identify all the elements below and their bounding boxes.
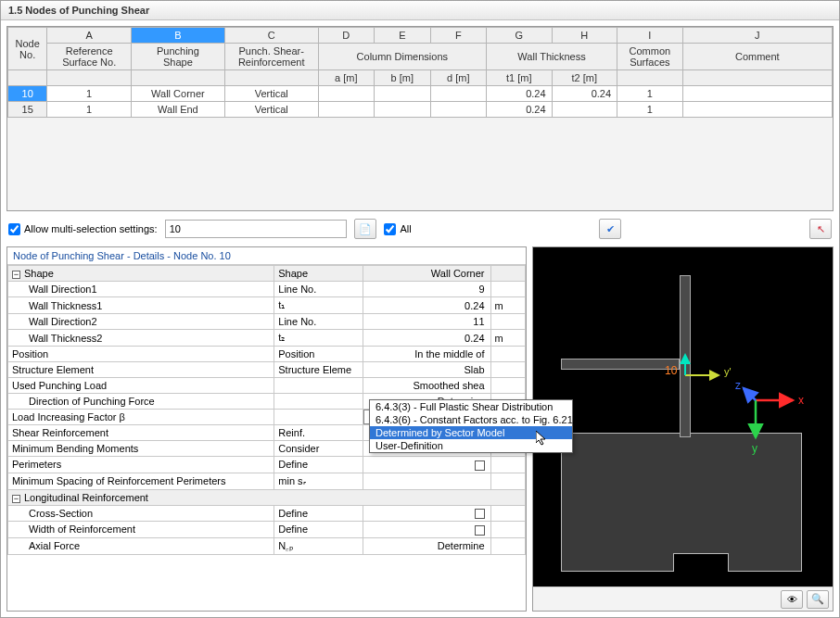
field-val[interactable]: Determine [363,537,490,554]
punching-grid[interactable]: Node No. A B C D E F G H I J Reference S… [6,26,834,211]
row-wall-direction1[interactable]: Wall Direction1Line No.9 [8,282,526,297]
checkbox-icon[interactable] [475,509,485,519]
col-punching-shape[interactable]: Punching Shape [132,44,225,70]
zoom-button[interactable]: 🔍 [807,590,829,609]
cell-shape[interactable]: Wall End [132,102,225,118]
field-val[interactable] [363,473,490,489]
details-panel: Node of Punching Shear - Details - Node … [6,246,527,612]
row-axial-force[interactable]: Axial ForceN꜀ₚDetermine [8,537,526,554]
col-b[interactable]: b [m] [375,70,430,86]
table-row[interactable]: 15 1 Wall End Vertical 0.24 1 [8,102,833,118]
cell-cs[interactable]: 1 [617,102,683,118]
col-node-no[interactable]: Node No. [8,28,47,70]
row-cross-section[interactable]: Cross-SectionDefine [8,505,526,522]
cell-b[interactable] [375,86,430,102]
col-shear-reinf[interactable]: Punch. Shear- Reinforcement [224,44,318,70]
field-label: Load Increasing Factor β [8,410,274,425]
field-sub [274,410,363,425]
col-a[interactable]: a [m] [318,70,374,86]
col-letter-b[interactable]: B [132,28,225,44]
field-val[interactable]: 0.24 [363,330,490,347]
cell-t2[interactable] [552,102,617,118]
cell-ref[interactable]: 1 [47,102,132,118]
cell-shape[interactable]: Wall Corner [132,86,225,102]
cell-t1[interactable]: 0.24 [487,102,553,118]
row-position[interactable]: PositionPositionIn the middle of [8,347,526,362]
cell-d[interactable] [430,102,486,118]
cell-a[interactable] [318,86,374,102]
group-longitudinal-reinf[interactable]: −Longitudinal Reinforcement [8,489,526,505]
all-checkbox[interactable]: All [384,223,411,235]
cell-a[interactable] [318,102,374,118]
col-t2[interactable]: t2 [m] [552,70,617,86]
field-sub: Line No. [274,282,363,297]
col-letter-c[interactable]: C [224,28,318,44]
apply-button[interactable]: ✔ [599,219,621,239]
col-t1[interactable]: t1 [m] [487,70,553,86]
checkbox-icon[interactable] [475,525,485,536]
view-button[interactable]: 👁 [781,590,803,609]
all-input[interactable] [384,223,396,235]
field-val[interactable]: 11 [363,314,490,330]
col-letter-a[interactable]: A [47,28,132,44]
cell-comment[interactable] [682,102,832,118]
field-val[interactable]: Slab [363,362,490,378]
multi-selection-input[interactable] [165,220,348,238]
cell-t1[interactable]: 0.24 [487,86,553,102]
field-val[interactable]: Smoothed shea [363,378,490,394]
cell-ref[interactable]: 1 [47,86,132,102]
allow-multi-input[interactable] [8,223,20,235]
row-min-spacing-perimeters[interactable]: Minimum Spacing of Reinforcement Perimet… [8,473,526,489]
checkbox-icon[interactable] [475,460,485,471]
row-used-punching-load[interactable]: Used Punching LoadSmoothed shea [8,378,526,394]
row-structure-element[interactable]: Structure ElementStructure ElemeSlab [8,362,526,378]
field-val[interactable]: In the middle of [363,347,490,362]
cell-node-no[interactable]: 10 [8,86,47,102]
table-row[interactable]: 10 1 Wall Corner Vertical 0.24 0.24 1 [8,86,833,102]
col-letter-e[interactable]: E [375,28,430,44]
col-letter-h[interactable]: H [552,28,617,44]
cell-node-no[interactable]: 15 [8,102,47,118]
window: 1.5 Nodes of Punching Shear Node No. A B… [0,0,840,618]
dropdown-option[interactable]: 6.4.3(6) - Constant Factors acc. to Fig.… [370,413,572,426]
col-letter-g[interactable]: G [487,28,553,44]
field-val[interactable]: Wall Corner [363,266,490,282]
collapse-icon[interactable]: − [12,271,20,279]
col-reference[interactable]: Reference Surface No. [47,44,132,70]
collapse-icon[interactable]: − [12,495,20,503]
cell-comment[interactable] [682,86,832,102]
field-val[interactable] [363,505,490,522]
cell-t2[interactable]: 0.24 [552,86,617,102]
dropdown-option[interactable]: 6.4.3(3) - Full Plastic Shear Distributi… [370,400,572,413]
col-letter-f[interactable]: F [430,28,486,44]
col-comment[interactable]: Comment [682,44,832,70]
field-val[interactable]: 0.24 [363,297,490,314]
punching-table[interactable]: Node No. A B C D E F G H I J Reference S… [7,27,833,211]
cell-cs[interactable]: 1 [617,86,683,102]
field-val[interactable] [363,457,490,473]
dropdown-option-selected[interactable]: Determined by Sector Model [370,426,572,439]
field-val[interactable]: 9 [363,282,490,297]
col-letter-j[interactable]: J [682,28,832,44]
group-shape[interactable]: −Shape Shape Wall Corner [8,266,526,282]
row-perimeters[interactable]: PerimetersDefine [8,457,526,473]
load-factor-dropdown[interactable]: 6.4.3(3) - Full Plastic Shear Distributi… [369,399,573,453]
field-sub: Shape [274,266,363,282]
row-width-reinforcement[interactable]: Width of ReinforcementDefine [8,522,526,538]
cell-reinf[interactable]: Vertical [224,86,318,102]
col-common-surfaces[interactable]: Common Surfaces [617,44,683,70]
cell-b[interactable] [375,102,430,118]
pick-button[interactable]: ↖ [809,219,832,239]
allow-multi-checkbox[interactable]: Allow multi-selection settings: [8,223,158,235]
field-val[interactable] [363,522,490,538]
col-letter-i[interactable]: I [617,28,683,44]
row-wall-direction2[interactable]: Wall Direction2Line No.11 [8,314,526,330]
cell-d[interactable] [430,86,486,102]
col-d[interactable]: d [m] [430,70,486,86]
row-wall-thickness2[interactable]: Wall Thickness2t₂0.24m [8,330,526,347]
row-wall-thickness1[interactable]: Wall Thickness1t₁0.24m [8,297,526,314]
sheet-button[interactable]: 📄 [354,219,376,239]
col-letter-d[interactable]: D [318,28,374,44]
dropdown-option[interactable]: User-Definition [370,439,572,452]
cell-reinf[interactable]: Vertical [224,102,318,118]
